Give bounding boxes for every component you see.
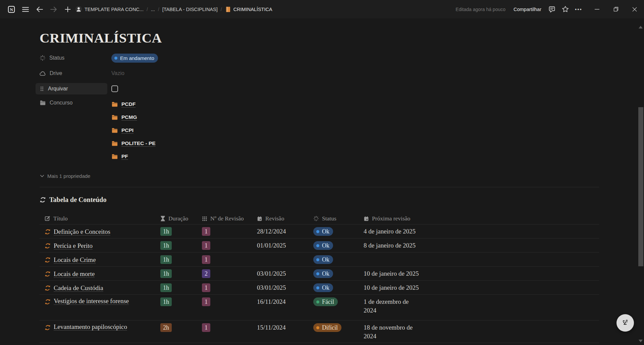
breadcrumb-item-ellipsis[interactable]: ... [151, 7, 155, 12]
n-revisao-cell[interactable]: 1 [199, 253, 254, 266]
n-revisao-tag[interactable]: 1 [202, 297, 210, 306]
n-revisao-tag[interactable]: 2 [202, 269, 210, 278]
column-header-proxima-revisao[interactable]: Próxima revisão [361, 213, 599, 224]
relation-link-politec-pe[interactable]: POLITEC - PE [111, 139, 156, 148]
column-header-titulo[interactable]: Título [40, 213, 158, 224]
page-link[interactable]: Perícia e Perito [54, 242, 93, 250]
status-pill[interactable]: Ok [313, 269, 333, 278]
row-title-cell[interactable]: Vestígios de interesse forense [40, 295, 158, 320]
favorite-button[interactable] [559, 4, 571, 15]
n-revisao-cell[interactable]: 1 [199, 295, 254, 320]
page-link[interactable]: Definição e Conceitos [54, 228, 110, 235]
status-cell[interactable]: Ok [311, 238, 361, 252]
row-title-cell[interactable]: Definição e Conceitos [40, 224, 158, 238]
notion-logo[interactable]: N [6, 4, 17, 15]
forward-button[interactable] [48, 4, 59, 15]
sidebar-menu-button[interactable] [20, 4, 31, 15]
proxima-revisao-cell[interactable]: 18 de novembro de 2024 [361, 321, 599, 343]
duracao-cell[interactable]: 1h [158, 295, 199, 320]
property-value-status[interactable]: Em andamento [111, 53, 158, 63]
page-link[interactable]: Locais de morte [54, 270, 95, 278]
proxima-revisao-cell[interactable]: 1 de dezembro de 2024 [361, 295, 599, 320]
n-revisao-cell[interactable]: 1 [199, 321, 254, 343]
property-value-drive[interactable]: Vazio [111, 69, 124, 78]
revisao-cell[interactable]: 15/11/2024 [254, 321, 311, 343]
status-pill[interactable]: Fácil [313, 297, 338, 306]
duracao-cell[interactable]: 1h [158, 224, 199, 238]
n-revisao-cell[interactable]: 1 [199, 281, 254, 294]
proxima-revisao-cell[interactable]: 4 de janeiro de 2025 [361, 224, 599, 238]
new-page-button[interactable] [62, 4, 73, 15]
comments-button[interactable] [546, 4, 557, 15]
proxima-revisao-cell[interactable]: 10 de janeiro de 2025 [361, 267, 599, 280]
property-label-concurso[interactable]: Concurso [40, 96, 111, 106]
breadcrumb-item-tabela-disciplinas[interactable]: [TABELA - DISCIPLINAS] [162, 7, 218, 12]
column-header-duracao[interactable]: Duração [158, 213, 199, 224]
row-title-cell[interactable]: Cadeia de Custódia [40, 281, 158, 294]
duracao-tag[interactable]: 1h [160, 297, 172, 306]
property-label-arquivar[interactable]: Arquivar [36, 83, 107, 94]
relation-link-pcpi[interactable]: PCPI [111, 126, 156, 135]
minimize-button[interactable] [588, 0, 606, 18]
property-label-status[interactable]: Status [40, 55, 111, 61]
status-cell[interactable]: Ok [311, 267, 361, 280]
row-title-cell[interactable]: Locais de Crime [40, 253, 158, 266]
column-header-status[interactable]: Status [311, 213, 361, 224]
duracao-tag[interactable]: 1h [160, 269, 172, 278]
duracao-cell[interactable]: 1h [158, 281, 199, 294]
status-pill[interactable]: Ok [313, 227, 333, 236]
back-button[interactable] [34, 4, 45, 15]
status-cell[interactable]: Ok [311, 281, 361, 294]
duracao-tag[interactable]: 1h [160, 227, 172, 236]
breadcrumb-item-workspace[interactable]: TEMPLATE PARA CONC... [75, 6, 144, 13]
status-cell[interactable]: Ok [311, 253, 361, 266]
page-link[interactable]: Locais de Crime [54, 256, 96, 264]
duracao-cell[interactable]: 1h [158, 267, 199, 280]
n-revisao-tag[interactable]: 1 [202, 227, 210, 236]
duracao-tag[interactable]: 1h [160, 283, 172, 292]
status-cell[interactable]: Ok [311, 224, 361, 238]
n-revisao-cell[interactable]: 1 [199, 238, 254, 252]
row-title-cell[interactable]: Perícia e Perito [40, 238, 158, 252]
relation-link-pcdf[interactable]: PCDF [111, 100, 156, 109]
duracao-tag[interactable]: 1h [160, 241, 172, 250]
proxima-revisao-cell[interactable]: 10 de janeiro de 2025 [361, 281, 599, 294]
scrollbar-thumb[interactable] [638, 107, 643, 266]
status-pill[interactable]: Em andamento [111, 54, 158, 63]
notion-ai-button[interactable] [616, 314, 634, 332]
status-pill[interactable]: Difícil [313, 323, 341, 332]
row-title-cell[interactable]: Levantamento papiloscópico [40, 321, 158, 343]
revisao-cell[interactable]: 03/01/2025 [254, 281, 311, 294]
linked-db-header[interactable]: Tabela de Conteúdo [40, 196, 599, 204]
relation-link-pcmg[interactable]: PCMG [111, 113, 156, 122]
status-cell[interactable]: Difícil [311, 321, 361, 343]
revisao-cell[interactable]: 01/01/2025 [254, 238, 311, 252]
status-cell[interactable]: Fácil [311, 295, 361, 320]
page-link[interactable]: Vestígios de interesse forense [54, 297, 129, 305]
page-link[interactable]: Levantamento papiloscópico [54, 323, 127, 331]
new-row-button[interactable]: Nova página [40, 343, 599, 345]
page-link[interactable]: Cadeia de Custódia [54, 284, 103, 292]
share-button[interactable]: Compartilhar [511, 5, 544, 14]
breadcrumb-item-criminalistica[interactable]: CRIMINALÍSTICA [225, 6, 272, 12]
more-options-button[interactable]: ••• [573, 4, 584, 15]
proxima-revisao-cell[interactable]: 8 de janeiro de 2025 [361, 238, 599, 252]
n-revisao-tag[interactable]: 1 [202, 255, 210, 264]
n-revisao-cell[interactable]: 1 [199, 224, 254, 238]
column-header-revisao[interactable]: Revisão [254, 213, 311, 224]
status-pill[interactable]: Ok [313, 255, 333, 264]
proxima-revisao-cell[interactable] [361, 253, 599, 266]
duracao-tag[interactable]: 2h [160, 323, 172, 332]
maximize-button[interactable] [606, 0, 625, 18]
property-label-drive[interactable]: Drive [40, 70, 111, 76]
n-revisao-tag[interactable]: 1 [202, 241, 210, 250]
revisao-cell[interactable]: 03/01/2025 [254, 267, 311, 280]
duracao-tag[interactable]: 1h [160, 255, 172, 264]
column-header-n-revisao[interactable]: Nº de Revisão [199, 213, 254, 224]
status-pill[interactable]: Ok [313, 241, 333, 250]
scroll-up-arrow[interactable] [639, 26, 643, 28]
relation-link-pf[interactable]: PF [111, 152, 156, 161]
close-button[interactable] [625, 0, 644, 18]
n-revisao-cell[interactable]: 2 [199, 267, 254, 280]
revisao-cell[interactable] [254, 253, 311, 266]
